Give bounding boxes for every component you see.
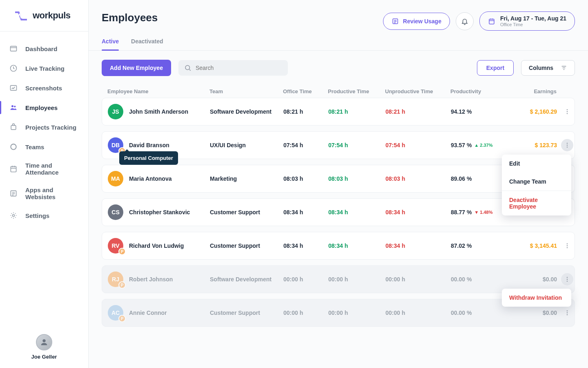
svg-rect-12 bbox=[489, 19, 494, 24]
svg-point-27 bbox=[567, 245, 568, 246]
svg-point-17 bbox=[567, 143, 568, 144]
productive-time-cell: 00:00 h bbox=[328, 310, 385, 316]
svg-point-6 bbox=[11, 144, 16, 149]
svg-point-10 bbox=[42, 339, 45, 342]
earnings-cell: $ 3,145.41 bbox=[508, 242, 557, 249]
svg-point-31 bbox=[567, 280, 568, 281]
tab-deactivated[interactable]: Deactivated bbox=[131, 38, 163, 50]
row-more-button[interactable] bbox=[561, 273, 573, 285]
table-row: RVPRichard Von LudwigCustomer Support08:… bbox=[102, 232, 575, 260]
nav-icon bbox=[9, 123, 18, 132]
menu-edit[interactable]: Edit bbox=[502, 155, 571, 173]
svg-point-32 bbox=[567, 310, 568, 311]
sidebar-item-apps-and-websistes[interactable]: Apps and Websistes bbox=[0, 181, 88, 206]
employee-name: David Branson bbox=[129, 142, 169, 148]
svg-point-29 bbox=[567, 277, 568, 278]
search-input[interactable] bbox=[196, 65, 282, 71]
tab-active[interactable]: Active bbox=[102, 38, 119, 50]
svg-rect-7 bbox=[11, 166, 16, 172]
productive-time-cell: 00:00 h bbox=[328, 276, 385, 283]
review-usage-button[interactable]: Review Usage bbox=[383, 13, 450, 30]
tooltip: Personal Computer bbox=[119, 151, 178, 165]
employee-name: Robert Johnson bbox=[129, 276, 173, 283]
personal-badge: P bbox=[118, 281, 126, 289]
nav-icon bbox=[9, 211, 18, 220]
row-more-button[interactable] bbox=[561, 307, 573, 319]
sidebar-item-label: Teams bbox=[25, 144, 44, 150]
team-cell: Customer Support bbox=[210, 310, 283, 316]
productivity-cell: 00.00 % bbox=[451, 310, 508, 316]
employee-avatar: DBP bbox=[108, 137, 123, 153]
menu-deactivate[interactable]: Deactivate Employee bbox=[502, 191, 571, 215]
employee-avatar: JS bbox=[108, 104, 123, 119]
employee-name: John Smith Anderson bbox=[129, 108, 188, 115]
svg-rect-2 bbox=[11, 85, 17, 90]
table-row: RJPRobert JohnsonSoftware Development00:… bbox=[102, 265, 575, 293]
nav-icon bbox=[9, 164, 18, 173]
productive-time-cell: 08:03 h bbox=[328, 175, 385, 182]
list-icon bbox=[392, 18, 399, 25]
row-more-button[interactable] bbox=[561, 105, 573, 118]
productivity-delta: ▼ 1.48% bbox=[474, 210, 492, 215]
nav-icon bbox=[9, 103, 18, 112]
date-range-picker[interactable]: Fri, Aug 17 - Tue, Aug 21 Office Time bbox=[479, 11, 575, 31]
employee-name: Christopher Stankovic bbox=[129, 209, 190, 215]
sidebar-item-label: Screenshots bbox=[25, 85, 62, 92]
sidebar-item-label: Projects Tracking bbox=[25, 124, 76, 131]
productive-time-cell: 08:34 h bbox=[328, 209, 385, 215]
unproductive-time-cell: 08:03 h bbox=[385, 175, 451, 182]
office-time-cell: 08:03 h bbox=[283, 175, 328, 182]
productivity-cell: 94.12 % bbox=[451, 108, 508, 115]
tabs: Active Deactivated bbox=[89, 31, 588, 51]
svg-point-3 bbox=[11, 105, 13, 107]
employee-avatar: RJP bbox=[108, 272, 123, 287]
unproductive-time-cell: 08:21 h bbox=[385, 108, 451, 115]
svg-point-26 bbox=[567, 243, 568, 244]
sidebar-item-settings[interactable]: Settings bbox=[0, 206, 88, 225]
svg-point-14 bbox=[567, 109, 568, 110]
user-name: Joe Geller bbox=[8, 354, 80, 360]
row-more-button[interactable] bbox=[561, 139, 573, 151]
earnings-cell: $ 2,160.29 bbox=[508, 108, 557, 115]
row-more-button[interactable] bbox=[561, 240, 573, 252]
sidebar-item-screenshots[interactable]: Screenshots bbox=[0, 78, 88, 98]
productive-time-cell: 08:21 h bbox=[328, 108, 385, 115]
nav-icon bbox=[9, 44, 18, 53]
svg-point-15 bbox=[567, 111, 568, 112]
notifications-button[interactable] bbox=[456, 12, 474, 30]
svg-point-9 bbox=[13, 215, 15, 217]
employee-avatar: RVP bbox=[108, 238, 123, 254]
sidebar-item-time-and-attendance[interactable]: Time and Attendance bbox=[0, 157, 88, 181]
team-cell: Customer Support bbox=[210, 209, 283, 215]
svg-point-16 bbox=[567, 113, 568, 114]
export-button[interactable]: Export bbox=[477, 60, 514, 76]
sidebar-item-dashboard[interactable]: Dashboard bbox=[0, 39, 88, 58]
sidebar-item-projects-tracking[interactable]: Projects Tracking bbox=[0, 117, 88, 137]
sidebar-item-employees[interactable]: Employees bbox=[0, 98, 88, 117]
add-employee-button[interactable]: Add New Employee bbox=[102, 60, 171, 76]
logo-icon bbox=[14, 10, 29, 21]
avatar[interactable] bbox=[36, 334, 52, 350]
search-box[interactable] bbox=[178, 60, 288, 76]
table-row: JSJohn Smith AndersonSoftware Developmen… bbox=[102, 98, 575, 126]
office-time-cell: 08:34 h bbox=[283, 242, 328, 249]
team-cell: Marketing bbox=[210, 175, 283, 182]
menu-change-team[interactable]: Change Team bbox=[502, 173, 571, 191]
unproductive-time-cell: 08:34 h bbox=[385, 209, 451, 215]
earnings-cell: $0.00 bbox=[508, 276, 557, 283]
productivity-cell: 89.06 % bbox=[451, 175, 508, 182]
unproductive-time-cell: 08:34 h bbox=[385, 242, 451, 249]
nav-icon bbox=[9, 83, 18, 92]
menu-withdraw[interactable]: Withdraw Invitation bbox=[502, 289, 571, 307]
productive-time-cell: 08:34 h bbox=[328, 242, 385, 249]
table-header: Employee Name Team Office Time Productiv… bbox=[102, 85, 575, 98]
unproductive-time-cell: 00:00 h bbox=[385, 310, 451, 316]
productivity-cell: 93.57 % ▲ 2.37% bbox=[451, 142, 508, 148]
columns-button[interactable]: Columns bbox=[521, 60, 575, 76]
employee-name: Richard Von Ludwig bbox=[129, 242, 184, 249]
date-range-sub: Office Time bbox=[500, 22, 566, 27]
sidebar-item-teams[interactable]: Teams bbox=[0, 137, 88, 157]
team-cell: Software Development bbox=[210, 108, 283, 115]
sidebar-item-live-tracking[interactable]: Live Tracking bbox=[0, 58, 88, 78]
employee-avatar: MA bbox=[108, 171, 123, 186]
